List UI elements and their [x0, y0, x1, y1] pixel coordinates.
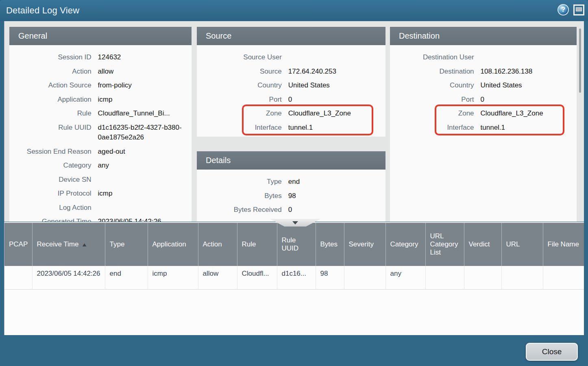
field-row: Source 172.64.240.253	[197, 65, 385, 79]
field-row: Generated Time 2023/06/05 14:42:26	[9, 215, 192, 222]
field-value: 0	[288, 95, 385, 105]
details-panel: Details Type end Bytes 98 Bytes Received…	[197, 151, 385, 222]
field-value: 172.64.240.253	[288, 67, 385, 77]
column-header-verdict[interactable]: Verdict	[464, 223, 501, 266]
field-row: Source User	[197, 50, 385, 65]
field-value: 2023/06/05 14:42:26	[98, 217, 192, 222]
field-label: IP Protocol	[9, 189, 91, 199]
column-header-url[interactable]: URL	[501, 223, 543, 266]
field-label: Destination User	[390, 52, 474, 63]
field-value	[98, 175, 192, 185]
field-row: Bytes Received 0	[197, 203, 385, 217]
field-row: Type end	[197, 175, 385, 189]
field-label: Log Action	[9, 203, 91, 213]
field-label: Type	[197, 177, 282, 187]
cell-category: any	[385, 266, 425, 289]
field-label: Zone	[390, 109, 474, 119]
destination-panel: Destination Destination User Destination…	[390, 27, 577, 222]
column-label: Application	[152, 240, 186, 248]
field-label: Session ID	[9, 52, 91, 63]
log-table-row[interactable]: 2023/06/05 14:42:26 end icmp allow Cloud…	[4, 266, 584, 289]
close-button[interactable]: Close	[526, 343, 578, 361]
field-value: 124632	[98, 52, 192, 63]
field-row: Log Action	[9, 201, 192, 215]
field-value: Cloudflare_L3_Zone	[288, 109, 385, 119]
field-label: Port	[390, 95, 474, 105]
cell-rule: Cloudfl...	[237, 266, 277, 289]
field-value: tunnel.1	[481, 123, 577, 133]
field-row: Interface tunnel.1	[197, 121, 385, 135]
destination-panel-body: Destination User Destination 108.162.236…	[390, 45, 577, 137]
column-label: PCAP	[9, 240, 28, 248]
titlebar-icons: ?	[558, 4, 584, 15]
column-label: Bytes	[320, 240, 338, 248]
field-value: any	[98, 161, 192, 171]
details-panel-body: Type end Bytes 98 Bytes Received 0	[197, 170, 385, 220]
column-label: Severity	[349, 240, 374, 248]
field-row: Action allow	[9, 65, 192, 79]
field-label: Interface	[197, 123, 282, 133]
destination-panel-header: Destination	[390, 27, 577, 45]
column-label: Category	[390, 240, 418, 248]
field-value: Cloudflare_L3_Zone	[481, 109, 577, 119]
field-row: Interface tunnel.1	[390, 121, 577, 135]
maximize-icon[interactable]	[573, 4, 584, 15]
column-header-action[interactable]: Action	[198, 223, 237, 266]
field-label: Bytes Received	[197, 205, 282, 215]
cell-verdict	[464, 266, 501, 289]
column-header-receive-time[interactable]: Receive Time▲	[32, 223, 105, 266]
column-header-url-category-list[interactable]: URL Category List	[425, 223, 464, 266]
field-value: Cloudflare_Tunnel_Bi...	[98, 109, 192, 119]
field-label: Category	[9, 161, 91, 171]
column-header-file-name[interactable]: File Name	[543, 223, 584, 266]
field-value: end	[288, 177, 385, 187]
field-label: Action Source	[9, 81, 91, 91]
column-label: URL Category List	[430, 232, 458, 256]
details-panel-header: Details	[197, 151, 385, 170]
field-row: Rule UUID d1c16235-b2f2-4327-b380-0ae187…	[9, 121, 192, 145]
general-panel: General Session ID 124632 Action allow A…	[9, 27, 192, 222]
field-row: Country United States	[197, 78, 385, 93]
column-header-type[interactable]: Type	[105, 223, 148, 266]
field-value: icmp	[98, 95, 192, 105]
field-row: Destination 108.162.236.138	[390, 65, 577, 79]
log-table-area: PCAP Receive Time▲ Type Application Acti…	[4, 222, 584, 335]
log-table: PCAP Receive Time▲ Type Application Acti…	[4, 223, 584, 290]
field-row: Port 0	[197, 93, 385, 107]
column-label: URL	[506, 240, 520, 248]
field-label: Interface	[390, 123, 474, 133]
column-header-bytes[interactable]: Bytes	[316, 223, 344, 266]
column-header-application[interactable]: Application	[148, 223, 198, 266]
field-value: d1c16235-b2f2-4327-b380-0ae1875e2a26	[98, 123, 192, 143]
field-row: Category any	[9, 159, 192, 173]
vertical-scrollbar-thumb[interactable]	[579, 28, 581, 93]
column-header-rule-uuid[interactable]: Rule UUID	[277, 223, 316, 266]
field-value: icmp	[98, 189, 192, 199]
field-label: Port	[197, 95, 282, 105]
column-header-pcap[interactable]: PCAP	[4, 223, 32, 266]
cell-url	[501, 266, 543, 289]
field-row: Rule Cloudflare_Tunnel_Bi...	[9, 107, 192, 121]
field-row: Zone Cloudflare_L3_Zone	[390, 107, 577, 121]
column-label: Receive Time	[37, 240, 79, 248]
maximize-icon-inner	[576, 7, 582, 11]
field-value: United States	[481, 81, 577, 91]
field-label: Country	[197, 81, 282, 91]
field-value	[98, 203, 192, 213]
field-label: Generated Time	[9, 217, 91, 222]
field-label: Zone	[197, 109, 282, 119]
source-zone-interface-group: Zone Cloudflare_L3_Zone Interface tunnel…	[197, 107, 385, 135]
help-icon[interactable]: ?	[558, 4, 569, 15]
field-row: Action Source from-policy	[9, 78, 192, 93]
column-header-category[interactable]: Category	[385, 223, 425, 266]
column-label: Type	[110, 240, 125, 248]
field-value: 108.162.236.138	[481, 67, 577, 77]
field-label: Action	[9, 67, 91, 77]
cell-bytes: 98	[316, 266, 344, 289]
column-label: Rule UUID	[282, 236, 299, 252]
column-header-severity[interactable]: Severity	[344, 223, 385, 266]
cell-pcap	[4, 266, 32, 289]
field-value	[481, 52, 577, 63]
field-value	[288, 52, 385, 63]
column-header-rule[interactable]: Rule	[237, 223, 277, 266]
